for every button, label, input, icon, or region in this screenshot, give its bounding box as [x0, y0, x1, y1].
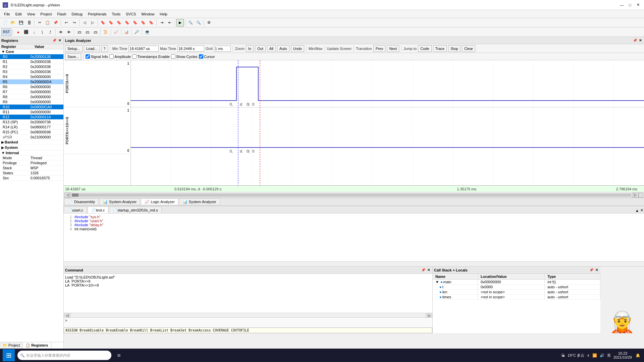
menu-peripherals[interactable]: Peripherals — [85, 10, 109, 18]
registers-pin-btn[interactable]: 📌 — [52, 38, 57, 43]
table-row[interactable]: ●t 0x0000 auto - ushort — [433, 285, 600, 290]
la-pin-btn[interactable]: 📌 — [633, 38, 637, 43]
tb-settings[interactable]: ⚙ — [205, 19, 213, 26]
registers-close-btn[interactable]: ✕ — [57, 38, 62, 43]
tb-mem3[interactable]: 🗃 — [92, 28, 99, 36]
menu-help[interactable]: Help — [157, 10, 170, 18]
menu-flash[interactable]: Flash — [55, 10, 69, 18]
table-row[interactable]: R10 0x08000CA0 — [0, 105, 63, 110]
la-scrollbar[interactable]: ◁ ▷ — [64, 192, 644, 197]
tb-find[interactable]: 🔍 — [187, 19, 194, 26]
la-scroll-left[interactable]: ◁ — [64, 193, 71, 197]
tb-bookmark4[interactable]: 🔖 — [123, 19, 131, 26]
la-code-btn[interactable]: Code — [418, 45, 431, 52]
table-row[interactable]: R1 0x20000338 — [0, 59, 63, 64]
notification-icon[interactable]: 🔔 — [635, 352, 641, 359]
la-prev-btn[interactable]: Prev — [373, 45, 386, 52]
cmd-scroll-right[interactable]: ▷ — [426, 313, 432, 318]
table-row[interactable]: R4 0x00000000 — [0, 74, 63, 79]
table-row[interactable]: Mode Thread — [0, 156, 63, 161]
la-siginfo-check[interactable]: Signal Info — [86, 54, 108, 59]
menu-file[interactable]: File — [1, 10, 13, 18]
menu-project[interactable]: Project — [38, 10, 54, 18]
table-row[interactable]: ▶Banked — [0, 140, 63, 145]
la-zoom-all-btn[interactable]: All — [267, 45, 276, 52]
table-row[interactable]: R11 0x00000000 — [0, 110, 63, 115]
table-row[interactable]: xPSR 0x21000000 — [0, 135, 63, 140]
la-trace-btn[interactable]: Trace — [433, 45, 447, 52]
la-scroll-right[interactable]: ▷ — [632, 193, 639, 197]
table-row[interactable]: R7 0x00000000 — [0, 89, 63, 95]
table-row[interactable]: ▼Core — [0, 49, 63, 54]
la-zoom-auto-btn[interactable]: Auto — [277, 45, 289, 52]
menu-edit[interactable]: Edit — [13, 10, 24, 18]
tb-run[interactable]: ● — [14, 28, 22, 36]
tb-bookmark7[interactable]: 🔖 — [148, 19, 155, 26]
close-button[interactable]: ✕ — [635, 2, 641, 8]
editor-scrollbar[interactable] — [64, 261, 644, 266]
registers-scroll[interactable]: ▼Core R0 0x20000138 R1 0x20000338 R2 0x2… — [0, 49, 63, 342]
tb-mem2[interactable]: 🗃 — [84, 28, 91, 36]
la-maxtime-input[interactable] — [177, 46, 204, 52]
cmd-scroll-left[interactable]: ◁ — [64, 313, 70, 318]
menu-view[interactable]: View — [24, 10, 38, 18]
la-zoom-undo-btn[interactable]: Undo — [291, 45, 304, 52]
start-button[interactable]: ⊞ — [3, 349, 15, 361]
command-close-btn[interactable]: ✕ — [426, 268, 431, 273]
table-row[interactable]: ●len <not in scope> auto - ushort — [433, 290, 600, 295]
cmd-scrollbar[interactable]: ◁ ▷ — [64, 313, 432, 317]
tab-test[interactable]: 📄 test.c — [88, 206, 108, 213]
tb-find2[interactable]: 🔍 — [195, 19, 202, 26]
la-stop-btn[interactable]: Stop — [448, 45, 461, 52]
tb-indent[interactable]: ⇥ — [158, 19, 165, 26]
tb-cut[interactable]: ✂ — [36, 19, 43, 26]
maximize-button[interactable]: □ — [627, 2, 633, 8]
table-row[interactable]: R5 0x200000D4 — [0, 79, 63, 84]
table-row[interactable]: ●times <not in scope> auto - ushort — [433, 295, 600, 300]
la-mintime-input[interactable] — [128, 46, 159, 52]
table-row[interactable]: Sec 0.00016575 — [0, 176, 63, 181]
tb-perf[interactable]: 📈 — [112, 28, 120, 36]
tb-watch2[interactable]: 👁 — [65, 28, 72, 36]
callstack-close-btn[interactable]: ✕ — [594, 268, 599, 273]
la-showcycles-check[interactable]: Show Cycles — [171, 54, 198, 59]
tab-project[interactable]: 📁 Project — [0, 342, 23, 349]
cmd-scroll-track[interactable] — [70, 313, 426, 317]
tb-stop-run[interactable]: ⬛ — [22, 28, 30, 36]
table-row[interactable]: R8 0x00000000 — [0, 95, 63, 100]
minimize-button[interactable]: — — [619, 2, 625, 8]
editor-scroll-up[interactable]: ▲ — [635, 208, 640, 213]
tray-up-icon[interactable]: ∧ — [587, 353, 590, 358]
tb-undo[interactable]: ↩ — [62, 19, 70, 26]
tb-copy[interactable]: 📋 — [44, 19, 51, 26]
tab-registers[interactable]: 📋 Registers — [23, 342, 51, 349]
la-grid-input[interactable] — [214, 46, 231, 52]
table-row[interactable]: R6 0x00000000 — [0, 84, 63, 89]
tb-forward[interactable]: ▷ — [89, 19, 96, 26]
table-row[interactable]: Stack MSP — [0, 166, 63, 171]
la-save-btn[interactable]: Save... — [65, 53, 81, 60]
la-clear-btn[interactable]: Clear — [462, 45, 475, 52]
la-question-btn[interactable]: ? — [101, 45, 108, 52]
table-row[interactable]: R12 0x20000114 — [0, 115, 63, 120]
table-row[interactable]: ▼●main 0x00000000 int f() — [433, 280, 600, 285]
tb-save[interactable]: 💾 — [17, 19, 25, 26]
table-row[interactable]: R9 0x00000000 — [0, 100, 63, 105]
tb-mem1[interactable]: 🗃 — [75, 28, 83, 36]
la-scroll-corner[interactable] — [639, 193, 643, 197]
menu-tools[interactable]: Tools — [109, 10, 123, 18]
table-row[interactable]: ▼Internal — [0, 150, 63, 156]
tb-open[interactable]: 📂 — [9, 19, 17, 26]
la-next-btn[interactable]: Next — [387, 45, 399, 52]
menu-svcs[interactable]: SVCS — [123, 10, 139, 18]
editor-content[interactable]: 1 #include "sys.h" 2 #include "usart.h" … — [64, 214, 644, 261]
tb-bookmark5[interactable]: 🔖 — [131, 19, 139, 26]
la-cursor-check[interactable]: Cursor — [199, 54, 215, 59]
table-row[interactable]: R0 0x20000138 — [0, 54, 63, 59]
tab-usart[interactable]: 📄 usart.c — [64, 206, 87, 213]
tb-paste[interactable]: 📌 — [52, 19, 59, 26]
tb-step-over[interactable]: ⤵ — [39, 28, 46, 36]
tb-redo[interactable]: ↪ — [70, 19, 78, 26]
editor-close[interactable]: ✕ — [640, 207, 644, 213]
table-row[interactable]: R13 (SP) 0x20000738 — [0, 120, 63, 125]
